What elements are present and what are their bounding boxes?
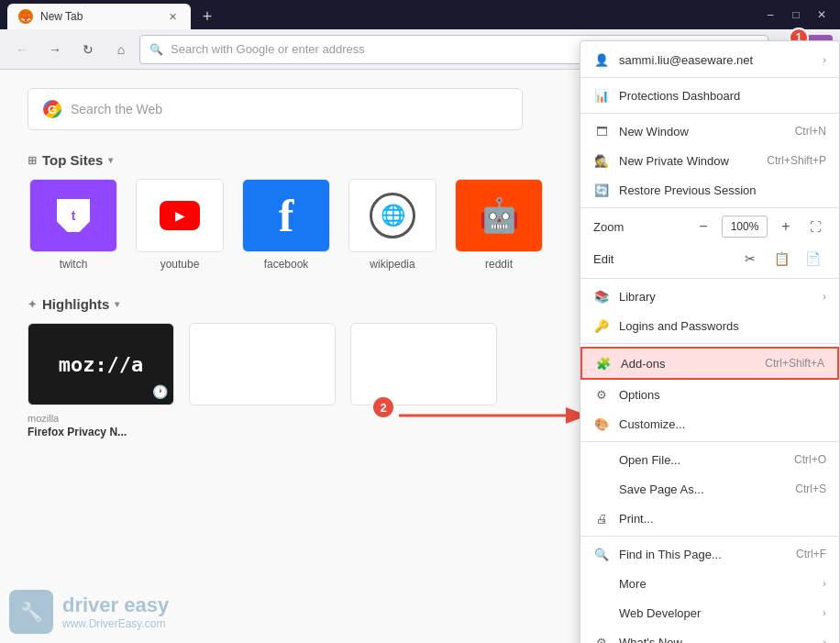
home-button[interactable]: ⌂ bbox=[106, 35, 136, 64]
cut-button[interactable]: ✂ bbox=[736, 247, 764, 271]
forward-button[interactable]: → bbox=[40, 35, 70, 64]
print-icon: 🖨 bbox=[593, 510, 610, 527]
copy-button[interactable]: 📋 bbox=[768, 247, 795, 271]
menu-item-whats-new[interactable]: ⚙ What's New › bbox=[580, 627, 839, 643]
menu-divider-1 bbox=[580, 77, 839, 78]
facebook-thumbnail: f bbox=[242, 179, 330, 252]
menu-item-web-dev[interactable]: Web Developer › bbox=[580, 598, 839, 627]
menu-divider-5 bbox=[580, 343, 839, 344]
restore-button[interactable]: □ bbox=[785, 4, 807, 26]
google-search-bar[interactable]: G Search the Web bbox=[28, 88, 523, 130]
youtube-thumbnail: ▶ bbox=[136, 179, 224, 252]
step2-badge: 2 bbox=[371, 395, 395, 419]
menu-item-more[interactable]: More › bbox=[580, 569, 839, 598]
highlight-site-label: mozilla bbox=[28, 413, 174, 424]
wikipedia-thumbnail: 🌐 bbox=[348, 179, 437, 252]
edit-label: Edit bbox=[593, 252, 733, 266]
site-tile-twitch[interactable]: t twitch bbox=[28, 179, 119, 271]
twitch-bg: t bbox=[30, 180, 116, 251]
zoom-value-display: 100% bbox=[722, 216, 768, 238]
history-clock-icon: 🕐 bbox=[152, 384, 168, 399]
firefox-menu: 👤 sammi.liu@easeware.net › 📊 Protections… bbox=[580, 40, 840, 643]
paste-button[interactable]: 📄 bbox=[799, 247, 826, 271]
reddit-label: reddit bbox=[485, 258, 513, 271]
youtube-play-icon: ▶ bbox=[160, 201, 200, 230]
menu-item-library[interactable]: 📚 Library › bbox=[580, 282, 839, 311]
tab-title: New Tab bbox=[40, 10, 83, 23]
tab-close-button[interactable]: ✕ bbox=[165, 9, 180, 24]
facebook-label: facebook bbox=[264, 258, 309, 271]
menu-account-email: sammi.liu@easeware.net bbox=[619, 53, 813, 67]
zoom-plus-button[interactable]: + bbox=[775, 216, 797, 238]
youtube-label: youtube bbox=[160, 258, 200, 271]
menu-item-save-page[interactable]: Save Page As... Ctrl+S bbox=[580, 474, 839, 504]
web-dev-icon bbox=[593, 604, 610, 621]
menu-item-customize[interactable]: 🎨 Customize... bbox=[580, 409, 839, 438]
window-controls: – □ ✕ bbox=[759, 4, 833, 26]
open-file-shortcut: Ctrl+O bbox=[794, 453, 826, 466]
address-text: Search with Google or enter address bbox=[171, 42, 365, 56]
restore-session-icon: 🔄 bbox=[593, 182, 610, 198]
more-icon bbox=[593, 575, 610, 592]
whats-new-icon: ⚙ bbox=[593, 634, 610, 643]
watermark-text: driver easy www.DriverEasy.com bbox=[62, 593, 169, 630]
active-tab[interactable]: New Tab ✕ bbox=[7, 4, 191, 29]
menu-item-account[interactable]: 👤 sammi.liu@easeware.net › bbox=[580, 45, 839, 74]
menu-item-print[interactable]: 🖨 Print... bbox=[580, 504, 839, 533]
edit-row: Edit ✂ 📋 📄 bbox=[580, 242, 839, 275]
minimize-button[interactable]: – bbox=[759, 4, 781, 26]
save-page-shortcut: Ctrl+S bbox=[795, 482, 826, 495]
menu-item-find[interactable]: 🔍 Find in This Page... Ctrl+F bbox=[580, 539, 839, 569]
library-icon: 📚 bbox=[593, 288, 610, 305]
google-search-placeholder: Search the Web bbox=[71, 102, 162, 116]
tab-favicon bbox=[18, 9, 33, 24]
protections-icon: 📊 bbox=[593, 87, 610, 104]
new-window-shortcut: Ctrl+N bbox=[795, 125, 826, 138]
close-button[interactable]: ✕ bbox=[811, 4, 833, 26]
find-icon: 🔍 bbox=[593, 546, 610, 562]
addons-shortcut: Ctrl+Shift+A bbox=[765, 357, 824, 370]
twitch-thumbnail: t bbox=[29, 179, 117, 252]
wikipedia-globe-icon: 🌐 bbox=[370, 193, 415, 238]
menu-divider-3 bbox=[580, 207, 839, 208]
menu-divider-6 bbox=[580, 441, 839, 442]
menu-item-options[interactable]: ⚙ Options bbox=[580, 380, 839, 409]
new-tab-button[interactable]: + bbox=[194, 4, 220, 29]
site-tile-reddit[interactable]: 🤖 reddit bbox=[453, 179, 545, 271]
search-icon: 🔍 bbox=[149, 43, 163, 56]
menu-divider-4 bbox=[580, 278, 839, 279]
menu-item-protections[interactable]: 📊 Protections Dashboard bbox=[580, 81, 839, 110]
zoom-expand-button[interactable]: ⛶ bbox=[804, 216, 826, 238]
back-button[interactable]: ← bbox=[7, 35, 37, 64]
arrow2-icon bbox=[399, 402, 601, 429]
wikipedia-bg: 🌐 bbox=[349, 180, 436, 251]
highlight-card-mozilla[interactable]: moz://a 🕐 mozilla Firefox Privacy N... bbox=[28, 323, 174, 438]
menu-divider-7 bbox=[580, 536, 839, 537]
menu-item-open-file[interactable]: Open File... Ctrl+O bbox=[580, 445, 839, 474]
menu-item-private-window[interactable]: 🕵 New Private Window Ctrl+Shift+P bbox=[580, 146, 839, 175]
menu-item-logins[interactable]: 🔑 Logins and Passwords bbox=[580, 311, 839, 340]
customize-icon: 🎨 bbox=[593, 416, 610, 432]
watermark-url: www.DriverEasy.com bbox=[62, 617, 169, 630]
menu-item-addons[interactable]: 🧩 Add-ons Ctrl+Shift+A bbox=[580, 347, 839, 380]
twitch-logo-shape: t bbox=[57, 199, 90, 232]
site-tile-wikipedia[interactable]: 🌐 wikipedia bbox=[347, 179, 438, 271]
more-arrow-icon: › bbox=[823, 578, 826, 589]
reddit-thumbnail: 🤖 bbox=[455, 179, 543, 252]
reload-button[interactable]: ↻ bbox=[73, 35, 103, 64]
find-shortcut: Ctrl+F bbox=[796, 548, 826, 560]
facebook-bg: f bbox=[243, 180, 329, 251]
zoom-label: Zoom bbox=[593, 220, 685, 234]
private-window-icon: 🕵 bbox=[593, 152, 610, 169]
site-tile-facebook[interactable]: f facebook bbox=[240, 179, 332, 271]
library-arrow-icon: › bbox=[823, 291, 826, 302]
whats-new-arrow-icon: › bbox=[823, 637, 826, 643]
zoom-minus-button[interactable]: − bbox=[692, 216, 714, 238]
menu-item-restore-session[interactable]: 🔄 Restore Previous Session bbox=[580, 175, 839, 205]
site-tile-youtube[interactable]: ▶ youtube bbox=[134, 179, 226, 271]
logins-icon: 🔑 bbox=[593, 317, 610, 334]
top-sites-chevron-icon[interactable]: ▾ bbox=[108, 155, 113, 165]
menu-item-new-window[interactable]: 🗖 New Window Ctrl+N bbox=[580, 116, 839, 146]
highlights-chevron-icon[interactable]: ▾ bbox=[115, 299, 119, 309]
addons-icon: 🧩 bbox=[595, 355, 612, 371]
